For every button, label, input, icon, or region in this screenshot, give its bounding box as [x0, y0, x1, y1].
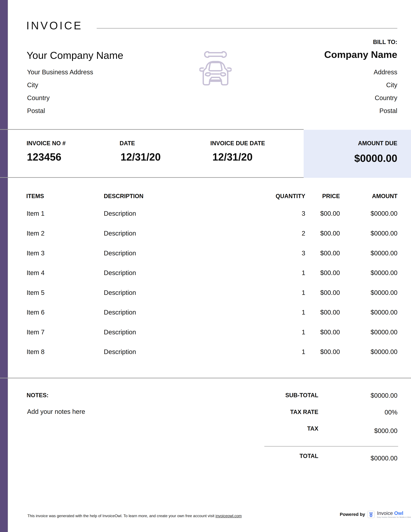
item-name: Item 8 [27, 348, 45, 355]
item-name: Item 6 [27, 309, 45, 316]
item-price: $00.00 [291, 329, 340, 336]
item-price: $00.00 [291, 289, 340, 296]
item-price: $00.00 [291, 309, 340, 316]
invoice-page: INVOICE Your Company Name Your Business … [0, 0, 411, 532]
table-row: Item 4 Description 1 $00.00 $0000.00 [0, 269, 411, 276]
notes-text: Add your notes here [27, 408, 85, 415]
invoice-date-label: DATE [120, 140, 135, 146]
sender-city: City [27, 78, 93, 91]
bill-to-label: BILL TO: [373, 39, 397, 45]
amount-due-label: AMOUNT DUE [358, 140, 397, 146]
invoice-due-date-value: 12/31/20 [212, 152, 252, 162]
item-description: Description [104, 329, 136, 336]
invoice-number-label: INVOICE NO # [27, 140, 65, 146]
amount-due-value: $0000.00 [354, 153, 397, 163]
table-row: Item 8 Description 1 $00.00 $0000.00 [0, 348, 411, 355]
meta-strip-top-divider [0, 129, 304, 130]
item-description: Description [104, 249, 136, 257]
bill-to-postal: Postal [374, 104, 397, 117]
table-row: Item 7 Description 1 $00.00 $0000.00 [0, 329, 411, 336]
item-amount: $0000.00 [371, 329, 397, 336]
left-accent-bar [0, 0, 8, 532]
item-name: Item 4 [27, 269, 45, 276]
bill-to-city: City [374, 78, 397, 91]
total-value: $0000.00 [371, 455, 397, 461]
item-price: $00.00 [291, 230, 340, 237]
powered-by-block: Powered by Invoice Owl [340, 511, 411, 518]
item-amount: $0000.00 [371, 348, 397, 355]
meta-strip-bottom-divider [0, 177, 304, 178]
item-amount: $0000.00 [371, 249, 397, 257]
item-name: Item 7 [27, 329, 45, 336]
item-name: Item 5 [27, 289, 45, 296]
footer-note: This invoice was generated with the help… [28, 514, 242, 518]
brand-owl-text: Owl [394, 511, 403, 516]
notes-label: NOTES: [27, 392, 48, 398]
tax-label: TAX [307, 426, 318, 432]
item-amount: $0000.00 [371, 210, 397, 217]
column-header-amount: AMOUNT [372, 193, 397, 199]
tax-value: $000.00 [374, 428, 397, 434]
powered-by-label: Powered by [340, 512, 365, 517]
table-row: Item 1 Description 3 $00.00 $0000.00 [0, 210, 411, 217]
subtotal-value: $0000.00 [371, 392, 397, 399]
column-header-items: ITEMS [26, 193, 44, 199]
table-row: Item 5 Description 1 $00.00 $0000.00 [0, 289, 411, 296]
column-header-description: DESCRIPTION [104, 193, 143, 199]
footer-note-text: This invoice was generated with the help… [28, 514, 215, 518]
table-row: Item 2 Description 2 $00.00 $0000.00 [0, 230, 411, 237]
item-price: $00.00 [291, 249, 340, 257]
sender-address-block: Your Business Address City Country Posta… [27, 66, 93, 117]
invoiceowl-wordmark: Invoice Owl Easy Invoice Generator for M… [377, 511, 411, 518]
item-name: Item 2 [27, 230, 45, 237]
item-name: Item 1 [27, 210, 45, 217]
brand-invoice-text: Invoice [377, 511, 393, 516]
bill-to-address-block: Address City Country Postal [374, 66, 397, 117]
tax-rate-label: TAX RATE [290, 409, 318, 415]
invoice-number-value: 123456 [27, 152, 61, 162]
invoiceowl-link[interactable]: invoiceowl.com [215, 514, 242, 518]
item-price: $00.00 [291, 210, 340, 217]
table-row: Item 3 Description 3 $00.00 $0000.00 [0, 249, 411, 257]
notes-section-divider [0, 378, 411, 378]
table-row: Item 6 Description 1 $00.00 $0000.00 [0, 309, 411, 316]
item-description: Description [104, 269, 136, 276]
item-description: Description [104, 348, 136, 355]
total-divider [264, 446, 398, 446]
column-header-price: PRICE [291, 193, 340, 199]
item-name: Item 3 [27, 249, 45, 257]
car-with-wrench-icon [199, 48, 232, 86]
invoiceowl-logo[interactable] [367, 511, 375, 518]
invoiceowl-owl-icon [368, 512, 374, 517]
brand-tagline: Easy Invoice Generator for Mobile & Web [377, 516, 411, 518]
title-divider [97, 28, 397, 28]
tax-rate-value: 00% [384, 409, 397, 416]
item-price: $00.00 [291, 348, 340, 355]
bill-to-address-line: Address [374, 66, 397, 78]
page-title: INVOICE [26, 20, 83, 31]
sender-postal: Postal [27, 104, 93, 117]
invoice-due-date-label: INVOICE DUE DATE [210, 140, 265, 146]
item-description: Description [104, 230, 136, 237]
item-description: Description [104, 210, 136, 217]
invoice-date-value: 12/31/20 [121, 152, 161, 162]
bill-to-country: Country [374, 91, 397, 104]
sender-address-line: Your Business Address [27, 66, 93, 78]
item-amount: $0000.00 [371, 269, 397, 276]
bill-to-company-name: Company Name [324, 50, 397, 59]
item-amount: $0000.00 [371, 230, 397, 237]
total-label: TOTAL [299, 453, 318, 459]
sender-company-name: Your Company Name [27, 50, 123, 60]
item-amount: $0000.00 [371, 289, 397, 296]
subtotal-label: SUB-TOTAL [285, 392, 318, 398]
item-description: Description [104, 289, 136, 296]
sender-country: Country [27, 91, 93, 104]
item-price: $00.00 [291, 269, 340, 276]
item-amount: $0000.00 [371, 309, 397, 316]
item-description: Description [104, 309, 136, 316]
